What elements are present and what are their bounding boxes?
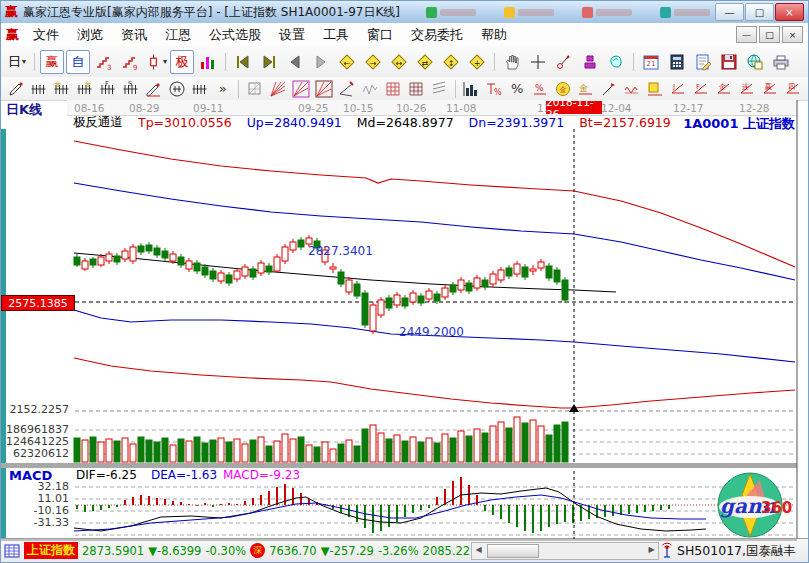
sh-percent: -0.30% bbox=[205, 544, 246, 558]
percent-glyph: % bbox=[511, 81, 523, 96]
draw-brush-icon[interactable] bbox=[5, 78, 26, 99]
price-grid-2-icon[interactable] bbox=[405, 78, 426, 99]
zoom-left-icon[interactable]: ← bbox=[335, 50, 359, 74]
wave-tool-icon[interactable] bbox=[622, 78, 643, 99]
angle-j-icon[interactable]: J bbox=[668, 78, 689, 99]
menu-item-设置[interactable]: 设置 bbox=[270, 24, 314, 46]
horizontal-scrollbar[interactable]: ◀ ▶ bbox=[471, 542, 659, 560]
candle-style-icon[interactable]: ▾ bbox=[144, 50, 168, 74]
crosshair-icon[interactable] bbox=[526, 50, 550, 74]
menu-item-帮助[interactable]: 帮助 bbox=[472, 24, 516, 46]
percent-t-icon[interactable]: % bbox=[484, 78, 505, 99]
menu-item-资讯[interactable]: 资讯 bbox=[112, 24, 156, 46]
angle-ying-icon[interactable]: 赢 bbox=[760, 78, 781, 99]
winner-home-icon[interactable]: 赢 bbox=[40, 50, 64, 74]
period-day-icon[interactable]: 日▾ bbox=[5, 50, 29, 74]
min-line-9-icon[interactable]: 9 bbox=[118, 50, 142, 74]
gann-fence-gold2-icon[interactable]: 金 bbox=[74, 78, 95, 99]
svg-text:金: 金 bbox=[560, 86, 567, 94]
web-link-icon[interactable] bbox=[743, 50, 767, 74]
menu-item-江恩[interactable]: 江恩 bbox=[156, 24, 200, 46]
scrollbar-thumb[interactable] bbox=[487, 544, 539, 558]
pattern-tool-icon[interactable] bbox=[604, 50, 628, 74]
angle-f-icon[interactable]: F bbox=[691, 78, 712, 99]
column-chart-icon[interactable] bbox=[461, 78, 482, 99]
gann-fence-s-icon[interactable]: S bbox=[120, 78, 141, 99]
gann-box-icon[interactable] bbox=[244, 78, 265, 99]
dropdown-arrow-icon[interactable]: ▾ bbox=[22, 57, 26, 66]
angle-pen-icon[interactable] bbox=[336, 78, 357, 99]
scroll-left-arrow[interactable]: ◀ bbox=[472, 543, 485, 557]
gann-fan-box-icon[interactable] bbox=[290, 78, 311, 99]
stamp-tool-icon[interactable] bbox=[578, 50, 602, 74]
mark-point-icon[interactable] bbox=[552, 50, 576, 74]
close-button[interactable]: × bbox=[775, 3, 804, 21]
sz-market-icon[interactable]: 深 bbox=[250, 543, 265, 558]
svg-text:→: → bbox=[370, 58, 377, 67]
svg-text:S: S bbox=[128, 80, 133, 88]
menu-item-窗口[interactable]: 窗口 bbox=[358, 24, 402, 46]
save-icon[interactable] bbox=[717, 50, 741, 74]
wave-zigzag-icon[interactable] bbox=[359, 78, 380, 99]
svg-text:↕: ↕ bbox=[448, 58, 455, 67]
nav-last-icon[interactable] bbox=[257, 50, 281, 74]
nav-prev-icon[interactable] bbox=[283, 50, 307, 74]
vol-indicator-icon[interactable] bbox=[196, 50, 220, 74]
self-select-icon[interactable]: 自 bbox=[66, 50, 90, 74]
pen-ruler-icon[interactable] bbox=[143, 78, 164, 99]
scroll-right-arrow[interactable]: ▶ bbox=[645, 543, 658, 557]
angle-gold-icon[interactable]: 金 bbox=[714, 78, 735, 99]
menu-item-浏览[interactable]: 浏览 bbox=[68, 24, 112, 46]
gann-fence-gold-icon[interactable]: 金 bbox=[51, 78, 72, 99]
sh-index-badge[interactable]: 上证指数 bbox=[24, 542, 78, 559]
more-tools-icon[interactable]: » bbox=[212, 78, 233, 99]
date-tick-label: 09-25 bbox=[298, 102, 329, 114]
menu-item-交易委托[interactable]: 交易委托 bbox=[402, 24, 472, 46]
speed-lines-icon[interactable] bbox=[429, 78, 450, 99]
fund-link[interactable]: SH501017,国泰融丰 bbox=[677, 543, 796, 560]
calendar-icon[interactable]: 21 bbox=[639, 50, 663, 74]
nav-first-icon[interactable] bbox=[231, 50, 255, 74]
menu-item-文件[interactable]: 文件 bbox=[24, 24, 68, 46]
period-day-glyph: 日 bbox=[8, 53, 21, 71]
menu-item-工具[interactable]: 工具 bbox=[314, 24, 358, 46]
angle-lian-icon[interactable]: 连 bbox=[737, 78, 758, 99]
gann-fence-icon[interactable] bbox=[28, 78, 49, 99]
memo-icon[interactable] bbox=[691, 50, 715, 74]
zoom-swap-icon[interactable]: ⇄ bbox=[413, 50, 437, 74]
svg-text:+: + bbox=[474, 58, 481, 67]
zoom-fit-icon[interactable]: + bbox=[465, 50, 489, 74]
gann-fan-box2-icon[interactable] bbox=[313, 78, 334, 99]
svg-text:%: % bbox=[494, 88, 502, 97]
time-cycle-icon[interactable] bbox=[166, 78, 187, 99]
calculator-icon[interactable] bbox=[665, 50, 689, 74]
zoom-right-icon[interactable]: → bbox=[361, 50, 385, 74]
sz-percent: -3.26% bbox=[378, 544, 419, 558]
gold-under-icon[interactable] bbox=[645, 78, 666, 99]
gann-fan-icon[interactable] bbox=[267, 78, 288, 99]
zoom-vertical-icon[interactable]: ↕ bbox=[439, 50, 463, 74]
jifan-channel-icon[interactable]: 极 bbox=[170, 50, 194, 74]
minimize-button[interactable]: — bbox=[715, 3, 744, 21]
maximize-button[interactable]: □ bbox=[745, 3, 774, 21]
mdi-restore-button[interactable]: □ bbox=[759, 26, 780, 43]
pan-hand-icon[interactable] bbox=[500, 50, 524, 74]
print-icon[interactable] bbox=[769, 50, 793, 74]
dropdown-arrow-icon[interactable]: ▾ bbox=[163, 57, 167, 66]
toolbar-separator bbox=[455, 80, 456, 98]
gann-fence-f-icon[interactable]: F bbox=[97, 78, 118, 99]
menu-item-公式选股[interactable]: 公式选股 bbox=[200, 24, 270, 46]
angle-si-icon[interactable]: 四 bbox=[783, 78, 804, 99]
mdi-minimize-button[interactable]: — bbox=[736, 26, 757, 43]
mdi-close-button[interactable]: × bbox=[782, 26, 803, 43]
min-line-3-icon[interactable]: 3 bbox=[92, 50, 116, 74]
percent-icon[interactable]: % bbox=[507, 78, 528, 99]
annotation-swing-low: 2449.2000 bbox=[399, 325, 464, 339]
zoom-horizontal-icon[interactable]: ↔ bbox=[387, 50, 411, 74]
macd-dif-value: DIF=-6.25 bbox=[76, 468, 137, 482]
nav-next-icon[interactable] bbox=[309, 50, 333, 74]
gann-fence-plain-icon[interactable] bbox=[189, 78, 210, 99]
quote-table-icon[interactable] bbox=[4, 544, 20, 558]
macd-value: MACD=-9.23 bbox=[223, 468, 300, 482]
price-grid-icon[interactable] bbox=[382, 78, 403, 99]
